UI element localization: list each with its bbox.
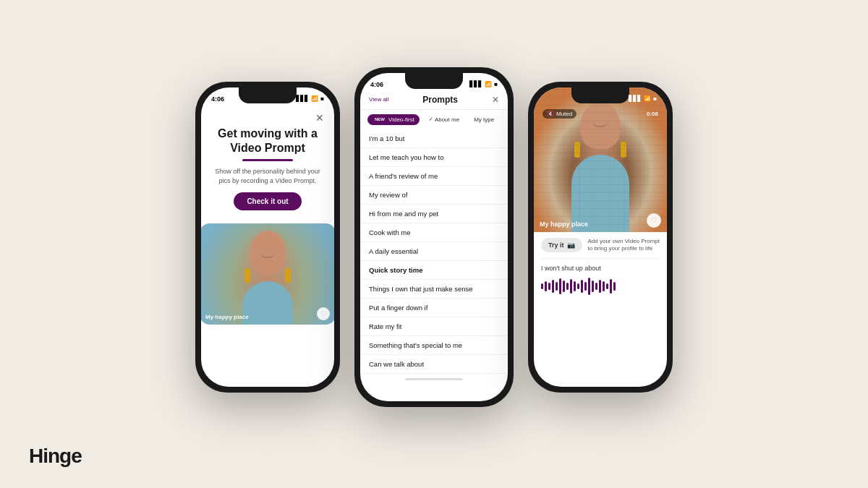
earring-right-3 bbox=[621, 142, 626, 158]
wave-bar-10 bbox=[574, 281, 576, 291]
phone3-heart-button[interactable]: ♡ bbox=[647, 213, 661, 228]
wave-bar-18 bbox=[603, 281, 605, 291]
tab-getting[interactable]: ✓ Gettin... bbox=[503, 114, 508, 125]
tab-about-me-label: About me bbox=[435, 116, 459, 123]
wave-bar-8 bbox=[566, 283, 569, 290]
signal-icon-3: ▋▋▋ bbox=[629, 95, 642, 102]
hinge-logo: Hinge bbox=[29, 445, 82, 468]
wifi-icon-3: 📶 bbox=[644, 95, 651, 102]
phone1-content: ✕ Get moving with a Video Prompt Show of… bbox=[201, 106, 334, 224]
body bbox=[242, 281, 293, 325]
wifi-icon: 📶 bbox=[311, 95, 318, 102]
prompt-item-1[interactable]: I'm a 10 but bbox=[360, 129, 508, 148]
phone2-close-button[interactable]: ✕ bbox=[492, 95, 499, 105]
wave-bar-11 bbox=[577, 283, 579, 289]
phone2-view-all[interactable]: View all bbox=[369, 96, 388, 103]
phone3-status-icons: ▋▋▋ 📶 ■ bbox=[629, 95, 657, 102]
phone3-try-description: Add your own Video Prompt to bring your … bbox=[588, 238, 660, 253]
phone1-photo-caption: My happy place bbox=[205, 314, 249, 320]
signal-icon-2: ▋▋▋ bbox=[469, 81, 482, 87]
phone1-photo-frame: My happy place ♡ bbox=[201, 223, 334, 325]
tab-about-me-check: ✓ bbox=[429, 116, 433, 122]
phone1-photo-gradient bbox=[201, 223, 334, 325]
phone3-prompt-label: I won't shut up about bbox=[534, 259, 667, 275]
wave-bar-16 bbox=[595, 283, 597, 290]
earring-left-3 bbox=[574, 142, 580, 158]
phone3-muted-indicator[interactable]: 🔇 Muted bbox=[542, 109, 576, 119]
phone3-waveform bbox=[534, 275, 667, 298]
prompt-item-8[interactable]: Quick story time bbox=[360, 261, 508, 280]
tab-about-me[interactable]: ✓ About me bbox=[424, 114, 464, 125]
prompt-item-11[interactable]: Rate my fit bbox=[360, 317, 508, 336]
phone1-photo bbox=[201, 223, 334, 325]
phone3-overlay-controls: 🔇 Muted 0:08 bbox=[534, 106, 667, 121]
prompt-item-5[interactable]: Hi from me and my pet bbox=[360, 205, 508, 223]
phone-1: 4:06 ▋▋▋ 📶 ■ ✕ Get moving with a Video P… bbox=[195, 82, 340, 393]
phone1-description: Show off the personality behind your pic… bbox=[211, 167, 324, 185]
wave-bar-1 bbox=[541, 283, 543, 289]
prompt-item-9[interactable]: Things I own that just make sense bbox=[360, 280, 508, 299]
wifi-icon-2: 📶 bbox=[485, 81, 492, 87]
wave-bar-7 bbox=[563, 281, 565, 292]
phone2-notch bbox=[405, 73, 463, 89]
tab-video-first[interactable]: NEW Video-first bbox=[367, 114, 420, 125]
phone3-status-bar: 4:06 ▋▋▋ 📶 ■ bbox=[534, 87, 667, 106]
wave-bar-13 bbox=[584, 282, 587, 291]
prompt-item-4[interactable]: My review of bbox=[360, 186, 508, 205]
phone3-caption: My happy place bbox=[540, 221, 588, 228]
phone2-tabs: NEW Video-first ✓ About me My type ✓ Get… bbox=[360, 110, 508, 129]
phone1-title: Get moving with a Video Prompt bbox=[211, 127, 324, 157]
phone2-time: 4:06 bbox=[370, 81, 383, 88]
wave-bar-2 bbox=[545, 281, 547, 291]
phone2-prompts-list: I'm a 10 but Let me teach you how to A f… bbox=[360, 129, 508, 374]
earring-left bbox=[244, 268, 250, 283]
tab-my-type-label: My type bbox=[474, 116, 494, 123]
phone3-timer: 0:08 bbox=[647, 111, 658, 117]
phone3-video[interactable]: 🔇 Muted 0:08 My happy place ♡ bbox=[534, 87, 667, 232]
prompt-item-12[interactable]: Something that's special to me bbox=[360, 336, 508, 355]
wave-bar-19 bbox=[606, 283, 608, 289]
phone1-cta-button[interactable]: Check it out bbox=[234, 192, 301, 210]
prompt-item-7[interactable]: A daily essential bbox=[360, 242, 508, 261]
phone2-title: Prompts bbox=[422, 95, 458, 105]
wave-bar-6 bbox=[559, 278, 561, 294]
wave-bar-17 bbox=[599, 280, 601, 293]
wave-bar-20 bbox=[610, 279, 612, 294]
phone3-caption-bar: My happy place ♡ bbox=[534, 209, 667, 232]
phone1-close-button[interactable]: ✕ bbox=[211, 112, 324, 124]
phone-2: 4:06 ▋▋▋ 📶 ■ View all Prompts ✕ NEW Vide… bbox=[354, 67, 514, 407]
tab-new-badge: NEW bbox=[373, 116, 387, 122]
phone1-time: 4:06 bbox=[211, 95, 224, 103]
prompt-item-2[interactable]: Let me teach you how to bbox=[360, 148, 508, 167]
phone2-status-icons: ▋▋▋ 📶 ■ bbox=[469, 81, 498, 87]
battery-icon-3: ■ bbox=[653, 95, 657, 102]
wave-bar-9 bbox=[570, 279, 572, 294]
camera-icon: 📷 bbox=[567, 241, 575, 249]
phone-3: 4:06 ▋▋▋ 📶 ■ bbox=[528, 82, 673, 393]
wave-bar-4 bbox=[552, 280, 554, 293]
tab-video-first-label: Video-first bbox=[388, 116, 414, 123]
phone3-try-button[interactable]: Try it 📷 bbox=[541, 238, 582, 252]
wave-bar-14 bbox=[588, 278, 590, 295]
phone2-header: View all Prompts ✕ bbox=[360, 92, 508, 110]
phone1-title-underline bbox=[242, 159, 293, 161]
prompt-item-13[interactable]: Can we talk about bbox=[360, 355, 508, 374]
bottom-indicator bbox=[405, 378, 463, 380]
muted-icon: 🔇 bbox=[547, 111, 554, 117]
prompt-item-3[interactable]: A friend's review of me bbox=[360, 167, 508, 186]
wave-bar-12 bbox=[581, 280, 583, 293]
phone3-try-row: Try it 📷 Add your own Video Prompt to br… bbox=[534, 232, 667, 259]
phone1-status-icons: ▋▋▋ 📶 ■ bbox=[296, 95, 324, 102]
phone1-notch bbox=[239, 87, 297, 103]
wave-bar-5 bbox=[556, 282, 558, 291]
wave-bar-15 bbox=[592, 281, 594, 292]
signal-icon: ▋▋▋ bbox=[296, 95, 309, 102]
tab-my-type[interactable]: My type bbox=[469, 114, 499, 125]
wave-bar-3 bbox=[548, 283, 550, 290]
battery-icon: ■ bbox=[320, 95, 324, 102]
earring-right bbox=[285, 268, 291, 283]
prompt-item-6[interactable]: Cook with me bbox=[360, 223, 508, 242]
battery-icon-2: ■ bbox=[494, 81, 498, 87]
prompt-item-10[interactable]: Put a finger down if bbox=[360, 299, 508, 317]
muted-label: Muted bbox=[556, 111, 572, 117]
